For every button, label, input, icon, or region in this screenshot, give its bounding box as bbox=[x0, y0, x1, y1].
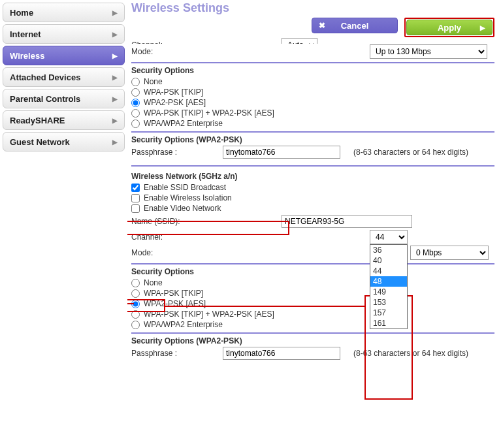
sidebar-item-label: Internet bbox=[10, 29, 41, 39]
channel5-option[interactable]: 44 bbox=[370, 266, 407, 276]
wireless-iso-label: Enable Wireless Isolation bbox=[144, 193, 232, 202]
pass5-input[interactable] bbox=[223, 347, 340, 360]
sidebar: Home▶ Internet▶ Wireless▶ Attached Devic… bbox=[0, 0, 127, 448]
wireless-iso-checkbox[interactable] bbox=[131, 194, 140, 202]
sidebar-item-label: ReadySHARE bbox=[10, 116, 65, 125]
sidebar-item-internet[interactable]: Internet▶ bbox=[3, 24, 125, 44]
security24-header: Security Options bbox=[131, 66, 494, 75]
security5-wpa-tkip-radio[interactable] bbox=[131, 289, 140, 298]
pass24-label: Passphrase : bbox=[131, 148, 216, 157]
video-net-checkbox[interactable] bbox=[131, 204, 140, 213]
sidebar-item-label: Home bbox=[10, 8, 33, 18]
net5-header: Wireless Network (5GHz a/n) bbox=[131, 172, 238, 181]
divider bbox=[131, 62, 494, 63]
security24-none-radio[interactable] bbox=[131, 78, 140, 86]
mode24-select[interactable]: Up to 130 Mbps bbox=[370, 44, 487, 59]
action-buttons: ✖ Cancel Apply ▶ bbox=[131, 18, 494, 37]
sidebar-item-label: Wireless bbox=[10, 51, 44, 61]
security24-wpa-both-label: WPA-PSK [TKIP] + WPA2-PSK [AES] bbox=[144, 108, 274, 118]
channel5-select[interactable]: 44 bbox=[370, 230, 408, 244]
sidebar-item-label: Guest Network bbox=[10, 137, 70, 147]
sidebar-item-label: Attached Devices bbox=[10, 72, 80, 82]
divider bbox=[131, 263, 494, 264]
psk5-header: Security Options (WPA2-PSK) bbox=[131, 336, 494, 345]
chevron-right-icon: ▶ bbox=[112, 74, 118, 81]
mode5-label: Mode: bbox=[131, 248, 282, 257]
security24-wpa-ent-label: WPA/WPA2 Enterprise bbox=[144, 119, 223, 128]
pass5-label: Passphrase : bbox=[131, 349, 216, 358]
channel5-option[interactable]: 153 bbox=[370, 297, 407, 308]
sidebar-item-guest-network[interactable]: Guest Network▶ bbox=[3, 132, 125, 152]
sidebar-item-label: Parental Controls bbox=[10, 94, 80, 104]
security5-wpa2-aes-label: WPA2-PSK [AES] bbox=[144, 299, 206, 308]
channel5-option[interactable]: 161 bbox=[370, 318, 407, 328]
ssid5-input[interactable] bbox=[282, 215, 412, 228]
apply-label: Apply bbox=[438, 23, 461, 33]
security5-wpa-ent-radio[interactable] bbox=[131, 321, 140, 329]
security5-none-radio[interactable] bbox=[131, 279, 140, 287]
divider bbox=[131, 131, 494, 133]
security24-wpa-ent-radio[interactable] bbox=[131, 120, 140, 128]
security5-none-label: None bbox=[144, 278, 163, 287]
ssid-broadcast-label: Enable SSID Broadcast bbox=[144, 183, 226, 192]
mode24-label: Mode: bbox=[131, 47, 282, 56]
security24-wpa2-aes-radio[interactable] bbox=[131, 99, 140, 107]
cancel-label: Cancel bbox=[341, 21, 369, 31]
channel5-option[interactable]: 36 bbox=[370, 245, 407, 255]
chevron-right-icon: ▶ bbox=[112, 9, 118, 16]
sidebar-item-wireless[interactable]: Wireless▶ bbox=[3, 46, 125, 65]
channel5-option[interactable]: 157 bbox=[370, 308, 407, 318]
close-icon: ✖ bbox=[319, 21, 325, 30]
pass5-hint: (8-63 characters or 64 hex digits) bbox=[353, 349, 468, 358]
apply-highlight: Apply ▶ bbox=[404, 18, 494, 37]
security24-none-label: None bbox=[144, 77, 163, 86]
channel5-option[interactable]: 40 bbox=[370, 255, 407, 266]
sidebar-item-parental-controls[interactable]: Parental Controls▶ bbox=[3, 89, 125, 108]
sidebar-item-home[interactable]: Home▶ bbox=[3, 3, 125, 22]
ssid5-label: Name (SSID): bbox=[131, 217, 282, 226]
cancel-button[interactable]: ✖ Cancel bbox=[312, 18, 398, 33]
main-panel: Wireless Settings ✖ Cancel Apply ▶ Chann… bbox=[127, 0, 501, 448]
sidebar-item-readyshare[interactable]: ReadySHARE▶ bbox=[3, 110, 125, 130]
video-net-label: Enable Video Network bbox=[144, 204, 221, 213]
security5-wpa-ent-label: WPA/WPA2 Enterprise bbox=[144, 320, 223, 329]
chevron-right-icon: ▶ bbox=[112, 31, 118, 38]
security24-wpa-tkip-radio[interactable] bbox=[131, 88, 140, 97]
psk24-header: Security Options (WPA2-PSK) bbox=[131, 135, 494, 144]
mode5-select[interactable]: 0 Mbps bbox=[410, 246, 489, 260]
channel5-dropdown-list: 36 40 44 48 149 153 157 161 bbox=[370, 244, 408, 329]
chevron-right-icon: ▶ bbox=[112, 95, 118, 103]
chevron-right-icon: ▶ bbox=[112, 138, 118, 146]
security24-wpa2-aes-label: WPA2-PSK [AES] bbox=[144, 98, 206, 107]
channel5-option[interactable]: 149 bbox=[370, 287, 407, 297]
security5-wpa2-aes-radio[interactable] bbox=[131, 300, 140, 308]
security5-header: Security Options bbox=[131, 267, 494, 276]
security24-wpa-tkip-label: WPA-PSK [TKIP] bbox=[144, 88, 203, 97]
page-title: Wireless Settings bbox=[131, 1, 494, 15]
security5-wpa-both-radio[interactable] bbox=[131, 310, 140, 319]
divider bbox=[131, 165, 494, 167]
divider bbox=[131, 332, 494, 334]
channel5-label: Channel: bbox=[131, 232, 163, 242]
security5-wpa-both-label: WPA-PSK [TKIP] + WPA2-PSK [AES] bbox=[144, 310, 274, 319]
channel24-label: Channel: bbox=[131, 40, 282, 44]
pass24-input[interactable] bbox=[223, 146, 340, 159]
apply-button[interactable]: Apply ▶ bbox=[406, 20, 493, 35]
sidebar-item-attached-devices[interactable]: Attached Devices▶ bbox=[3, 67, 125, 87]
chevron-right-icon: ▶ bbox=[480, 24, 485, 31]
security24-wpa-both-radio[interactable] bbox=[131, 109, 140, 118]
pass24-hint: (8-63 characters or 64 hex digits) bbox=[353, 148, 468, 157]
chevron-right-icon: ▶ bbox=[112, 52, 118, 59]
channel24-select[interactable]: Auto bbox=[282, 38, 317, 44]
chevron-right-icon: ▶ bbox=[112, 117, 118, 124]
channel5-option[interactable]: 48 bbox=[370, 276, 407, 287]
security5-wpa-tkip-label: WPA-PSK [TKIP] bbox=[144, 289, 203, 298]
ssid-broadcast-checkbox[interactable] bbox=[131, 184, 140, 192]
